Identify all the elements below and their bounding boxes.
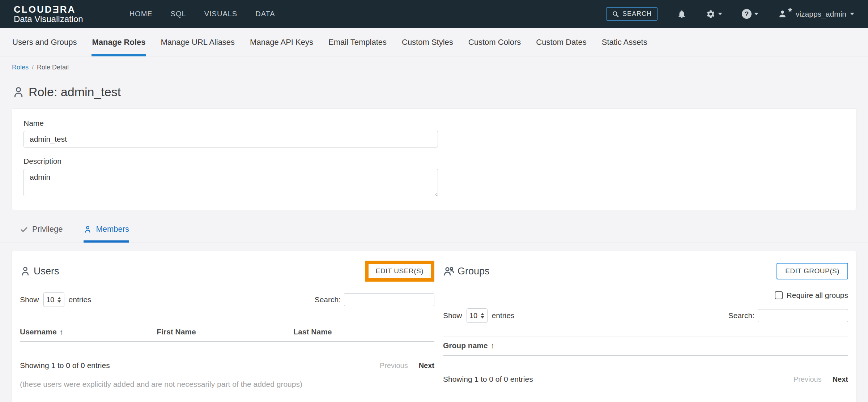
- empty-table-row: [20, 342, 434, 352]
- tab-manage-roles[interactable]: Manage Roles: [92, 28, 146, 56]
- description-field[interactable]: admin: [24, 169, 438, 196]
- members-card: Users EDIT USER(S) Show 10 entries Searc…: [12, 251, 856, 402]
- tab-custom-styles[interactable]: Custom Styles: [401, 28, 454, 56]
- tab-privilege-label: Privilege: [32, 224, 63, 234]
- logo-product: Data Visualization: [14, 14, 83, 24]
- users-table: Username↑ First Name Last Name: [20, 323, 434, 352]
- admin-indicator: *: [788, 6, 792, 17]
- spinner-arrows-icon: [481, 313, 484, 318]
- require-all-groups-checkbox[interactable]: [775, 291, 783, 299]
- users-previous-button[interactable]: Previous: [380, 362, 408, 370]
- users-showing-status: Showing 1 to 0 of 0 entries: [20, 361, 110, 370]
- users-search-control: Search:: [315, 293, 434, 306]
- tab-members-label: Members: [96, 224, 129, 234]
- admin-tabbar: Users and Groups Manage Roles Manage URL…: [0, 28, 868, 56]
- users-heading: Users: [20, 266, 59, 277]
- groups-next-button[interactable]: Next: [833, 375, 848, 384]
- users-search-label: Search:: [315, 295, 341, 304]
- nav-item-visuals[interactable]: VISUALS: [204, 10, 237, 18]
- settings-menu-button[interactable]: [706, 9, 722, 19]
- users-next-button[interactable]: Next: [419, 362, 434, 370]
- nav-item-data[interactable]: DATA: [255, 10, 275, 18]
- users-page-size-value: 10: [46, 296, 54, 304]
- person-icon: [84, 225, 92, 234]
- checkmark-icon: [20, 225, 28, 234]
- logo-brand: CLOUDƎRA: [14, 4, 83, 14]
- groups-panel: Groups EDIT GROUP(S) Require all groups …: [443, 261, 848, 402]
- groups-page-size-control: Show 10 entries: [443, 308, 515, 323]
- users-page-size-select[interactable]: 10: [43, 292, 64, 307]
- tab-email-templates[interactable]: Email Templates: [328, 28, 387, 56]
- groups-column-group-name[interactable]: Group name↑: [443, 337, 848, 356]
- name-field[interactable]: [24, 131, 438, 147]
- require-all-groups-label: Require all groups: [787, 291, 848, 300]
- empty-table-row: [443, 355, 848, 366]
- user-menu-button[interactable]: * vizapps_admin: [778, 8, 854, 20]
- description-label: Description: [24, 157, 844, 166]
- sort-asc-icon: ↑: [491, 342, 494, 350]
- groups-heading-label: Groups: [458, 266, 490, 277]
- help-menu-button[interactable]: ?: [742, 9, 758, 19]
- groups-search-label: Search:: [728, 311, 754, 320]
- page-title-text: Role: admin_test: [29, 85, 121, 99]
- chevron-down-icon: [754, 13, 758, 15]
- search-button[interactable]: SEARCH: [606, 7, 658, 21]
- user-icon: [778, 9, 787, 18]
- groups-search-input[interactable]: [758, 309, 848, 322]
- help-icon: ?: [742, 9, 752, 19]
- edit-users-button[interactable]: EDIT USER(S): [369, 264, 431, 278]
- nav-item-sql[interactable]: SQL: [171, 10, 186, 18]
- groups-table: Group name↑: [443, 337, 848, 366]
- users-page-size-control: Show 10 entries: [20, 292, 92, 307]
- search-icon: [612, 10, 619, 18]
- groups-pagination: Previous Next: [793, 375, 848, 384]
- groups-page-size-select[interactable]: 10: [467, 308, 488, 323]
- groups-heading: Groups: [443, 265, 490, 277]
- users-column-username[interactable]: Username↑: [20, 323, 157, 342]
- page-title: Role: admin_test: [12, 85, 856, 99]
- role-detail-subtabs: Privilege Members: [0, 224, 868, 243]
- tab-users-and-groups[interactable]: Users and Groups: [12, 28, 78, 56]
- spinner-arrows-icon: [58, 297, 61, 303]
- entries-label: entries: [69, 295, 92, 304]
- bell-icon: [677, 9, 686, 19]
- navbar-right-cluster: SEARCH ? * vizapps_admin: [606, 7, 854, 21]
- breadcrumb-current: Role Detail: [37, 64, 69, 71]
- users-pagination: Previous Next: [380, 362, 434, 370]
- groups-search-control: Search:: [728, 309, 848, 322]
- groups-page-size-value: 10: [469, 312, 477, 320]
- users-search-input[interactable]: [344, 293, 434, 306]
- nav-item-home[interactable]: HOME: [129, 10, 153, 18]
- person-icon: [20, 266, 31, 277]
- tab-manage-api-keys[interactable]: Manage API Keys: [249, 28, 314, 56]
- show-label: Show: [20, 295, 39, 304]
- edit-groups-button[interactable]: EDIT GROUP(S): [776, 263, 848, 279]
- users-heading-label: Users: [34, 266, 59, 277]
- groups-previous-button[interactable]: Previous: [793, 375, 822, 384]
- name-label: Name: [24, 119, 844, 128]
- breadcrumb-separator: /: [32, 64, 34, 71]
- users-column-last-name[interactable]: Last Name: [293, 323, 434, 342]
- role-icon: [12, 86, 25, 99]
- tab-members[interactable]: Members: [84, 224, 129, 243]
- entries-label: entries: [492, 311, 515, 320]
- tab-manage-url-aliases[interactable]: Manage URL Aliases: [160, 28, 235, 56]
- users-column-first-name[interactable]: First Name: [157, 323, 293, 342]
- tab-static-assets[interactable]: Static Assets: [601, 28, 648, 56]
- edit-users-highlight: EDIT USER(S): [365, 261, 434, 282]
- chevron-down-icon: [850, 13, 854, 15]
- tab-privilege[interactable]: Privilege: [20, 224, 63, 243]
- breadcrumb-roles-link[interactable]: Roles: [12, 64, 29, 71]
- tab-custom-colors[interactable]: Custom Colors: [468, 28, 522, 56]
- require-all-groups-control: Require all groups: [443, 291, 848, 300]
- breadcrumb: Roles / Role Detail: [0, 56, 868, 71]
- sort-asc-icon: ↑: [60, 328, 63, 336]
- users-panel: Users EDIT USER(S) Show 10 entries Searc…: [20, 261, 434, 402]
- notifications-button[interactable]: [677, 9, 686, 19]
- search-button-label: SEARCH: [622, 10, 652, 18]
- gear-icon: [706, 9, 715, 19]
- groups-showing-status: Showing 1 to 0 of 0 entries: [443, 375, 533, 384]
- people-icon: [443, 265, 455, 277]
- tab-custom-dates[interactable]: Custom Dates: [535, 28, 587, 56]
- role-form-card: Name Description admin: [12, 108, 856, 210]
